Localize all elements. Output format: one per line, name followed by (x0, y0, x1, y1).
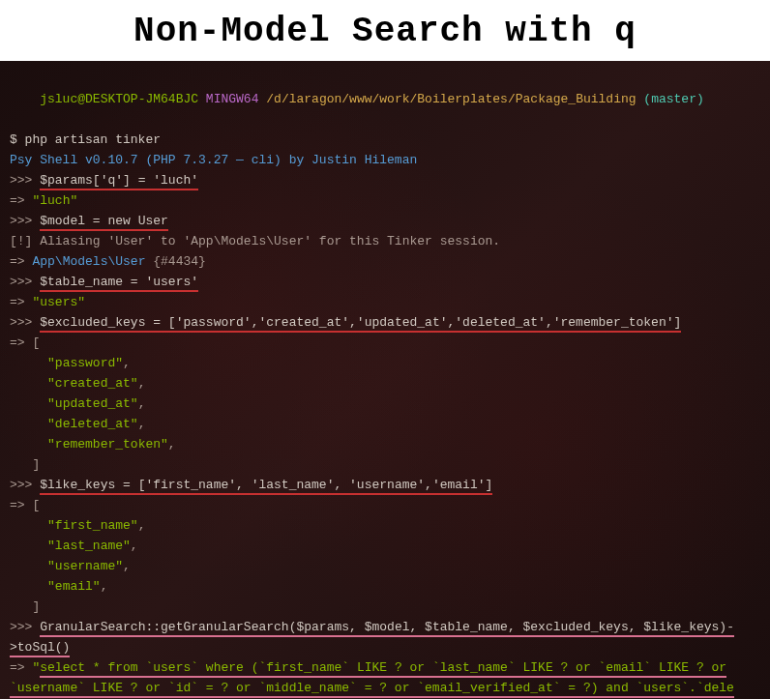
input-params: >>> $params['q'] = 'luch' (10, 170, 760, 190)
input-excluded: >>> $excluded_keys = ['password','create… (10, 312, 760, 333)
arr-item: "last_name", (10, 536, 760, 556)
input-table: >>> $table_name = 'users' (10, 272, 760, 292)
terminal[interactable]: jsluc@DESKTOP-JM64BJC MINGW64 /d/laragon… (0, 61, 770, 699)
cmd-artisan: $ php artisan tinker (10, 130, 760, 150)
arr-item: "first_name", (10, 515, 760, 536)
arr-item: "email", (10, 576, 760, 597)
arr-item: "created_at", (10, 373, 760, 394)
shell-name: MINGW64 (206, 92, 259, 106)
arr-item: "username", (10, 556, 760, 576)
output-sql-3: ted_at` is null" (10, 698, 760, 699)
arr-close: ] (10, 454, 760, 475)
arr-open: => [ (10, 333, 760, 353)
arr-item: "password", (10, 353, 760, 373)
output-sql-2: `username` LIKE ? or `id` = ? or `middle… (10, 678, 760, 698)
arr-close: ] (10, 597, 760, 617)
output-users: => "users" (10, 292, 760, 312)
input-like: >>> $like_keys = ['first_name', 'last_na… (10, 475, 760, 495)
arr-item: "deleted_at", (10, 414, 760, 434)
alias-msg: [!] Aliasing 'User' to 'App\Models\User'… (10, 231, 760, 251)
arr-item: "remember_token", (10, 434, 760, 454)
user-host: jsluc@DESKTOP-JM64BJC (40, 92, 198, 106)
input-granular-2: >toSql() (10, 637, 760, 657)
shell-prompt: jsluc@DESKTOP-JM64BJC MINGW64 /d/laragon… (10, 69, 760, 130)
input-model: >>> $model = new User (10, 211, 760, 231)
git-branch: (master) (643, 92, 703, 106)
psy-intro: Psy Shell v0.10.7 (PHP 7.3.27 — cli) by … (10, 150, 760, 170)
arr-item: "updated_at", (10, 394, 760, 414)
page-title: Non-Model Search with q (0, 0, 770, 61)
output-sql-1: => "select * from `users` where (`first_… (10, 657, 760, 678)
output-luch: => "luch" (10, 190, 760, 211)
cwd: /d/laragon/www/work/Boilerplates/Package… (266, 92, 636, 106)
output-model: => App\Models\User {#4434} (10, 251, 760, 272)
input-granular: >>> GranularSearch::getGranularSearch($p… (10, 617, 760, 637)
arr-open: => [ (10, 495, 760, 515)
